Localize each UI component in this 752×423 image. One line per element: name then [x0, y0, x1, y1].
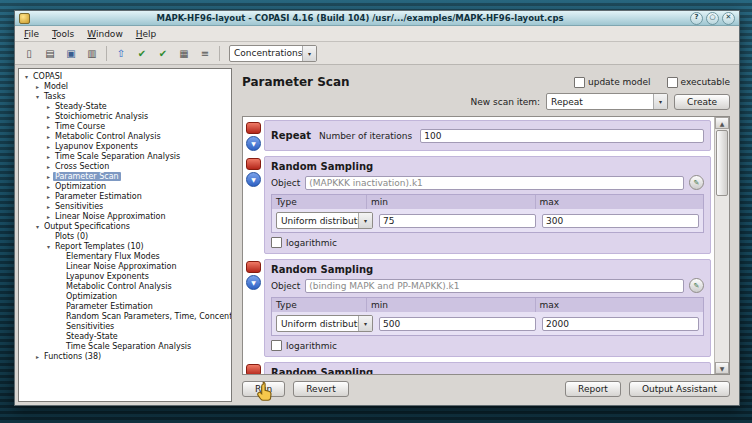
tree-item-optimization[interactable]: Optimization — [19, 291, 231, 301]
tree-item-steady-state[interactable]: Steady-State — [19, 331, 231, 341]
tree-item-cross-section[interactable]: ▸Cross Section — [19, 161, 231, 171]
iterations-input[interactable] — [420, 129, 704, 143]
move-down-button[interactable]: ▼ — [246, 172, 261, 187]
expand-icon[interactable]: ▸ — [44, 183, 53, 190]
tree-item-steady-state[interactable]: ▸Steady-State — [19, 101, 231, 111]
scrollbar-thumb[interactable] — [716, 130, 728, 196]
tree-item-functions-38[interactable]: ▸Functions (38) — [19, 351, 231, 361]
scroll-up-button[interactable]: ▲ — [715, 117, 729, 129]
collapse-icon[interactable]: ▾ — [44, 243, 53, 250]
distribution-select[interactable]: Uniform distribution▾ — [276, 315, 373, 332]
tree-item-time-course[interactable]: ▸Time Course — [19, 121, 231, 131]
move-down-button[interactable]: ▼ — [246, 275, 261, 290]
scrollbar-track[interactable] — [715, 197, 729, 362]
tree-item-stoichiometric-analysis[interactable]: ▸Stoichiometric Analysis — [19, 111, 231, 121]
titlebar[interactable]: MAPK-HF96-layout - COPASI 4.16 (Build 10… — [15, 11, 739, 26]
concentrations-select[interactable]: Concentrations ▾ — [229, 45, 317, 62]
expand-icon[interactable]: ▸ — [44, 153, 53, 160]
close-button[interactable]: ✕ — [722, 12, 735, 25]
report-button[interactable]: Report — [565, 381, 621, 397]
expand-icon[interactable]: ▸ — [44, 103, 53, 110]
collapse-icon[interactable]: ▾ — [33, 223, 42, 230]
update-model-option[interactable]: update model — [574, 77, 651, 88]
move-down-button[interactable]: ▼ — [246, 136, 261, 151]
tree-item-time-scale-separation-analysis[interactable]: ▸Time Scale Separation Analysis — [19, 151, 231, 161]
up-arrow-icon[interactable]: ⇧ — [111, 44, 131, 63]
tree-item-sensitivities[interactable]: Sensitivities — [19, 321, 231, 331]
revert-button[interactable]: Revert — [293, 381, 348, 397]
tree-item-parameter-estimation[interactable]: Parameter Estimation — [19, 301, 231, 311]
tree-item-time-scale-separation-analysis[interactable]: Time Scale Separation Analysis — [19, 341, 231, 351]
max-input[interactable] — [542, 317, 699, 331]
create-button[interactable]: Create — [674, 94, 730, 110]
save-icon[interactable]: ▣ — [61, 44, 81, 63]
new-scan-item-select[interactable]: Repeat ▾ — [546, 93, 668, 110]
tree-item-random-scan-parameters-time-concentrations[interactable]: Random Scan Parameters, Time, Concentrat… — [19, 311, 231, 321]
tree-item-optimization[interactable]: ▸Optimization — [19, 181, 231, 191]
executable-checkbox[interactable] — [667, 77, 678, 88]
expand-icon[interactable]: ▸ — [33, 353, 42, 360]
expand-icon[interactable]: ▸ — [44, 203, 53, 210]
double-check-icon[interactable]: ✔ — [153, 44, 173, 63]
tree-item-metabolic-control-analysis[interactable]: Metabolic Control Analysis — [19, 281, 231, 291]
delete-scan-item-button[interactable] — [246, 364, 261, 374]
menu-tools[interactable]: Tools — [46, 28, 80, 40]
tree-item-linear-noise-approximation[interactable]: Linear Noise Approximation — [19, 261, 231, 271]
delete-scan-item-button[interactable] — [246, 261, 261, 273]
object-input[interactable] — [305, 279, 684, 293]
menu-file[interactable]: File — [18, 28, 45, 40]
delete-scan-item-button[interactable] — [246, 158, 261, 170]
object-select-button[interactable]: ✎ — [689, 175, 704, 190]
logarithmic-checkbox[interactable] — [271, 237, 282, 248]
tree-item-parameter-scan[interactable]: ▸Parameter Scan — [19, 171, 231, 181]
tree-item-parameter-estimation[interactable]: ▸Parameter Estimation — [19, 191, 231, 201]
min-input[interactable] — [379, 214, 536, 228]
object-input[interactable] — [305, 176, 684, 190]
update-model-checkbox[interactable] — [574, 77, 585, 88]
menu-help[interactable]: Help — [130, 28, 163, 40]
help-button[interactable]: ? — [690, 12, 703, 25]
scroll-down-button[interactable]: ▼ — [715, 362, 729, 374]
tree-item-lyapunov-exponents[interactable]: Lyapunov Exponents — [19, 271, 231, 281]
tree-item-lyapunov-exponents[interactable]: ▸Lyapunov Exponents — [19, 141, 231, 151]
output-assistant-button[interactable]: Output Assistant — [629, 381, 730, 397]
check-icon[interactable]: ✔ — [132, 44, 152, 63]
matrix-icon[interactable]: ▦ — [174, 44, 194, 63]
tree-item-sensitivities[interactable]: ▸Sensitivities — [19, 201, 231, 211]
tree-item-tasks[interactable]: ▾Tasks — [19, 91, 231, 101]
new-file-icon[interactable]: ▯ — [19, 44, 39, 63]
max-input[interactable] — [542, 214, 699, 228]
slider-icon[interactable]: ≡ — [195, 44, 215, 63]
distribution-select[interactable]: Uniform distribution▾ — [276, 212, 373, 229]
executable-option[interactable]: executable — [667, 77, 730, 88]
min-input[interactable] — [379, 317, 536, 331]
tree-item-model[interactable]: ▸Model — [19, 81, 231, 91]
expand-icon[interactable]: ▸ — [44, 133, 53, 140]
expand-icon[interactable]: ▸ — [33, 83, 42, 90]
expand-icon[interactable]: ▸ — [44, 193, 53, 200]
print-icon[interactable]: ▥ — [82, 44, 102, 63]
expand-icon[interactable]: ▸ — [44, 123, 53, 130]
tree-item-metabolic-control-analysis[interactable]: ▸Metabolic Control Analysis — [19, 131, 231, 141]
delete-scan-item-button[interactable] — [246, 122, 261, 134]
expand-icon[interactable]: ▸ — [44, 143, 53, 150]
tree-item-plots-0[interactable]: Plots (0) — [19, 231, 231, 241]
object-select-button[interactable]: ✎ — [689, 278, 704, 293]
tree-item-linear-noise-approximation[interactable]: ▸Linear Noise Approximation — [19, 211, 231, 221]
expand-icon[interactable]: ▸ — [44, 113, 53, 120]
expand-icon[interactable]: ▸ — [44, 213, 53, 220]
tree-item-output-specifications[interactable]: ▾Output Specifications — [19, 221, 231, 231]
expand-icon[interactable]: ▸ — [44, 163, 53, 170]
report-icon[interactable]: ▤ — [40, 44, 60, 63]
tree-item-copasi[interactable]: ▾COPASI — [19, 71, 231, 81]
logarithmic-checkbox[interactable] — [271, 340, 282, 351]
collapse-icon[interactable]: ▾ — [33, 93, 42, 100]
tree-item-elementary-flux-modes[interactable]: Elementary Flux Modes — [19, 251, 231, 261]
expand-icon[interactable]: ▸ — [44, 173, 53, 180]
run-button[interactable]: Run — [242, 381, 285, 397]
collapse-icon[interactable]: ▾ — [22, 73, 31, 80]
minimize-button[interactable]: ○ — [706, 12, 719, 25]
tree-item-report-templates-10[interactable]: ▾Report Templates (10) — [19, 241, 231, 251]
menu-window[interactable]: Window — [81, 28, 129, 40]
scan-scrollbar[interactable]: ▲ ▼ — [714, 117, 729, 374]
